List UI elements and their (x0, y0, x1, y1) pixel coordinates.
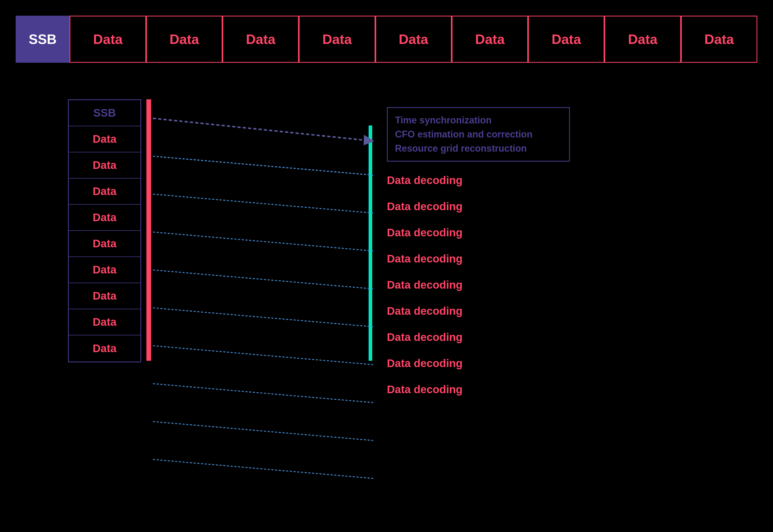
teal-bar (369, 125, 372, 361)
list-data-item: Data (69, 126, 140, 152)
top-data-cell: Data (299, 16, 375, 63)
top-data-cell: Data (528, 16, 604, 63)
data-decoding-label: Data decoding (387, 350, 570, 376)
top-data-cell: Data (604, 16, 681, 63)
list-data-item: Data (69, 335, 140, 362)
svg-line-2 (153, 156, 373, 175)
data-decoding-label: Data decoding (387, 376, 570, 403)
list-ssb-item: SSB (69, 100, 140, 126)
svg-line-0 (153, 118, 373, 141)
list-data-item: Data (69, 152, 140, 179)
top-bar: SSBDataDataDataDataDataDataDataDataData (16, 16, 757, 63)
top-ssb-cell: SSB (16, 16, 70, 63)
svg-line-10 (153, 422, 373, 441)
top-data-cell: Data (681, 16, 757, 63)
list-data-item: Data (69, 179, 140, 205)
data-decoding-label: Data decoding (387, 220, 570, 246)
svg-line-4 (153, 194, 373, 213)
top-data-cell: Data (222, 16, 299, 63)
info-box-line: Time synchronization (395, 113, 562, 127)
svg-line-11 (153, 460, 373, 479)
data-decoding-label: Data decoding (387, 193, 570, 220)
diagram: SSBDataDataDataDataDataDataDataDataData (16, 99, 757, 516)
data-decoding-label: Data decoding (387, 298, 570, 324)
svg-line-9 (153, 384, 373, 403)
data-decoding-label: Data decoding (387, 246, 570, 272)
list-data-item: Data (69, 283, 140, 309)
svg-line-8 (153, 346, 373, 365)
list-data-item: Data (69, 205, 140, 231)
top-data-cell: Data (70, 16, 146, 63)
info-box-line: Resource grid reconstruction (395, 141, 562, 156)
data-decoding-label: Data decoding (387, 272, 570, 298)
svg-line-3 (153, 156, 373, 175)
top-data-cell: Data (375, 16, 452, 63)
list-data-item: Data (69, 309, 140, 335)
left-list: SSBDataDataDataDataDataDataDataDataData (68, 99, 141, 362)
info-box-line: CFO estimation and correction (395, 127, 562, 141)
svg-line-6 (153, 270, 373, 289)
top-data-cell: Data (146, 16, 222, 63)
svg-line-7 (153, 308, 373, 327)
list-data-item: Data (69, 231, 140, 257)
red-bar (146, 99, 151, 361)
data-decoding-label: Data decoding (387, 324, 570, 350)
svg-line-5 (153, 232, 373, 251)
data-decoding-label: Data decoding (387, 167, 570, 193)
list-data-item: Data (69, 257, 140, 283)
right-labels: Data decodingData decodingData decodingD… (387, 167, 570, 403)
info-box: Time synchronizationCFO estimation and c… (387, 107, 570, 162)
top-data-cell: Data (452, 16, 528, 63)
